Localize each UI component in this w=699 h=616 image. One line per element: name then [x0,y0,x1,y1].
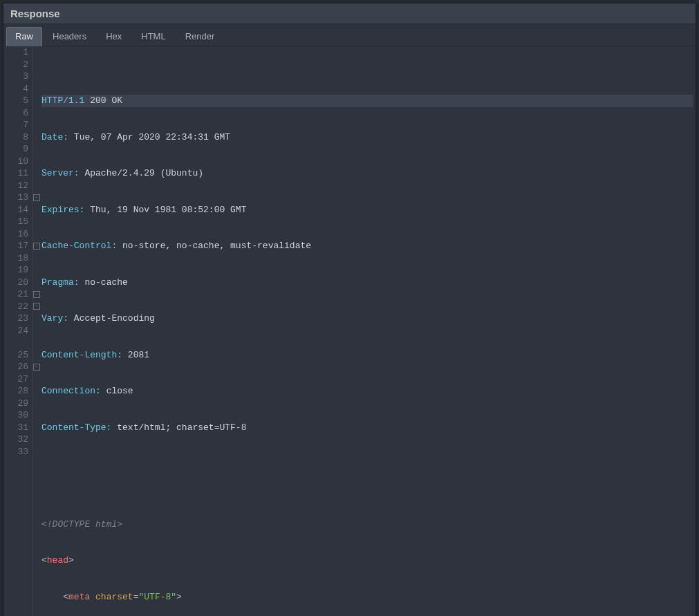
code-line: HTTP/1.1 200 OK [41,95,693,107]
tab-bar: Raw Headers Hex HTML Render [3,24,696,46]
tab-hex[interactable]: Hex [97,27,131,46]
code-line: Connection: close [41,385,693,398]
panel-title: Response [3,3,696,24]
code-line: Cache-Control: no-store, no-cache, must-… [41,240,693,252]
code-line: <!DOCTYPE html> [41,519,693,531]
code-line: Vary: Accept-Encoding [41,312,693,325]
tab-html[interactable]: HTML [132,27,174,46]
line-number-gutter: 1234567891011121314151617181920212223242… [3,46,33,616]
fold-toggle[interactable]: − [33,364,40,371]
fold-toggle[interactable]: − [33,243,40,250]
code-line: Expires: Thu, 19 Nov 1981 08:52:00 GMT [41,204,693,216]
code-line: <head> [41,554,693,567]
code-line: Content-Length: 2081 [41,349,693,362]
code-line: <meta charset="UTF-8"> [41,591,693,604]
code-line [41,458,693,470]
code-line: Server: Apache/2.4.29 (Ubuntu) [41,167,693,180]
code-line: Content-Type: text/html; charset=UTF-8 [41,422,693,434]
code-line: Date: Tue, 07 Apr 2020 22:34:31 GMT [41,131,693,144]
fold-toggle[interactable]: − [33,303,40,310]
tab-raw[interactable]: Raw [6,27,42,46]
code-editor[interactable]: 1234567891011121314151617181920212223242… [3,46,696,616]
fold-gutter: −−−−− [33,46,40,616]
code-content[interactable]: HTTP/1.1 200 OK Date: Tue, 07 Apr 2020 2… [40,46,696,616]
fold-toggle[interactable]: − [33,291,40,298]
code-line: Pragma: no-cache [41,277,693,289]
tab-render[interactable]: Render [176,27,224,46]
tab-headers[interactable]: Headers [44,27,95,46]
response-panel: Response Raw Headers Hex HTML Render 123… [3,3,696,616]
fold-toggle[interactable]: − [33,194,40,201]
